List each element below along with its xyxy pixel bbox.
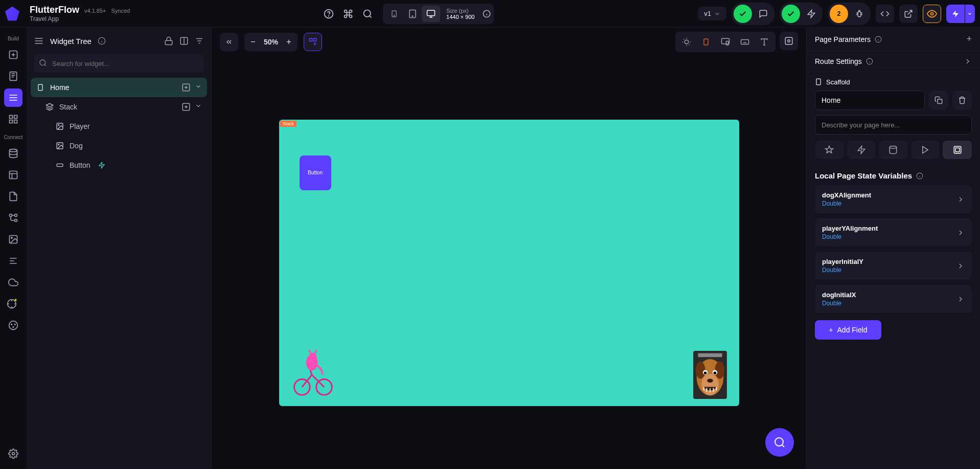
search-input[interactable]	[34, 54, 204, 73]
canvas-settings-button[interactable]	[780, 32, 798, 50]
open-external-button[interactable]	[899, 5, 918, 23]
tree-page-home[interactable]: Home	[31, 78, 207, 97]
bug-button[interactable]	[850, 5, 869, 23]
device-view-button[interactable]	[697, 34, 715, 50]
command-icon[interactable]	[343, 9, 353, 19]
code-button[interactable]	[876, 5, 894, 23]
rail-functions-button[interactable]	[4, 252, 22, 270]
route-settings-section[interactable]: Route Settings	[807, 51, 980, 72]
add-component-icon[interactable]	[181, 83, 191, 92]
canvas-viewport[interactable]: Stack Button	[212, 56, 806, 469]
keyboard-view-button[interactable]	[736, 34, 754, 50]
dog-sprite[interactable]	[693, 351, 727, 399]
var-card[interactable]: playerInitialYDouble	[815, 252, 972, 280]
tab-actions[interactable]	[847, 141, 876, 159]
zoom-controls: − 50% +	[244, 33, 298, 51]
rail-appstate-button[interactable]	[4, 187, 22, 206]
rail-settings-button[interactable]	[4, 444, 22, 463]
var-card[interactable]: dogXAlignmentDouble	[815, 185, 972, 213]
project-info: FlutterFlow v4.1.85+ Synced Travel App	[30, 5, 130, 23]
page-description-input[interactable]: Describe your page here...	[815, 115, 972, 135]
tree-stack[interactable]: Stack	[31, 97, 207, 117]
responsive-view-button[interactable]	[716, 34, 735, 50]
tree-player[interactable]: Player	[31, 117, 207, 136]
tab-state[interactable]	[943, 141, 972, 159]
copy-name-button[interactable]	[929, 91, 948, 110]
vars-title: Local Page State Variables	[815, 171, 912, 180]
add-icon[interactable]	[181, 102, 191, 111]
search-fab[interactable]	[765, 428, 794, 457]
player-sprite[interactable]	[287, 348, 336, 397]
canvas-button-widget[interactable]: Button	[300, 155, 331, 190]
svg-rect-41	[57, 164, 63, 166]
chevron-down-icon[interactable]	[195, 83, 202, 90]
widget-tree-panel: Widget Tree Home	[27, 28, 212, 469]
svg-point-54	[309, 352, 316, 360]
rail-firestore-button[interactable]	[4, 144, 22, 163]
help-icon[interactable]	[324, 9, 334, 19]
rail-api-button[interactable]	[4, 209, 22, 227]
run-button[interactable]	[946, 5, 965, 23]
text-scale-button[interactable]	[755, 34, 773, 50]
columns-icon[interactable]	[179, 36, 189, 46]
lock-icon[interactable]	[164, 36, 173, 46]
status-ok-button[interactable]	[734, 5, 752, 23]
delete-page-button[interactable]	[952, 91, 972, 110]
canvas-area: − 50% + Stack Button	[212, 28, 806, 469]
zoom-in-button[interactable]: +	[280, 33, 298, 51]
tree-page-label: Home	[50, 83, 69, 92]
var-card[interactable]: playerYAlignmentDouble	[815, 218, 972, 247]
device-phone-button[interactable]	[385, 6, 403, 22]
zoom-out-button[interactable]: −	[244, 33, 262, 51]
top-icon-group	[324, 9, 373, 19]
collapse-panel-button[interactable]	[220, 33, 238, 51]
rail-tree-button[interactable]	[4, 88, 22, 107]
svg-point-10	[930, 12, 933, 15]
run-dropdown[interactable]	[965, 5, 975, 23]
canvas-toolbar: − 50% +	[212, 28, 806, 56]
rail-tests-button[interactable]: ★	[4, 295, 22, 313]
page-name-input[interactable]	[815, 91, 925, 110]
rail-media-button[interactable]	[4, 230, 22, 249]
add-field-button[interactable]: + Add Field	[815, 320, 881, 340]
device-tablet-button[interactable]	[403, 6, 422, 22]
page-params-section[interactable]: Page Parameters +	[807, 28, 980, 51]
svg-point-59	[695, 361, 705, 378]
device-desktop-button[interactable]	[422, 6, 440, 22]
var-card[interactable]: dogInitialXDouble	[815, 285, 972, 313]
action-indicator-icon	[98, 162, 105, 169]
svg-point-23	[11, 237, 12, 239]
filter-icon[interactable]	[195, 36, 204, 46]
check-button[interactable]	[782, 5, 800, 23]
device-frame[interactable]: Stack Button	[279, 120, 739, 406]
optimize-button[interactable]	[802, 5, 821, 23]
tree-button[interactable]: Button	[31, 155, 207, 175]
rail-theme-button[interactable]	[4, 316, 22, 334]
search-icon[interactable]	[362, 9, 373, 19]
tree-dog[interactable]: Dog	[31, 136, 207, 155]
tab-animations[interactable]	[911, 141, 940, 159]
info-icon[interactable]	[98, 37, 106, 45]
chevron-down-icon[interactable]	[195, 102, 202, 109]
issues-badge[interactable]: 2	[830, 5, 848, 23]
phone-icon	[36, 83, 45, 92]
var-list: dogXAlignmentDouble playerYAlignmentDoub…	[807, 185, 980, 313]
rail-add-button[interactable]	[4, 46, 22, 64]
rail-pages-button[interactable]	[4, 67, 22, 85]
comments-button[interactable]	[754, 5, 772, 23]
rail-storyboard-button[interactable]	[4, 110, 22, 128]
version-label: v4.1.85+	[84, 8, 106, 14]
preview-button[interactable]	[923, 5, 941, 23]
add-param-button[interactable]: +	[966, 34, 972, 44]
rail-datatypes-button[interactable]	[4, 166, 22, 184]
size-info-icon[interactable]	[482, 9, 492, 19]
left-rail: Build Connect ★	[0, 28, 27, 469]
tab-style[interactable]	[815, 141, 844, 159]
light-mode-button[interactable]	[677, 34, 696, 50]
rail-cloud-button[interactable]	[4, 273, 22, 292]
zoom-value: 50%	[262, 38, 280, 46]
tab-backend[interactable]	[879, 141, 908, 159]
multiselect-button[interactable]	[304, 33, 322, 51]
version-dropdown[interactable]: v1	[698, 7, 726, 20]
panel-header: Widget Tree	[27, 28, 211, 54]
